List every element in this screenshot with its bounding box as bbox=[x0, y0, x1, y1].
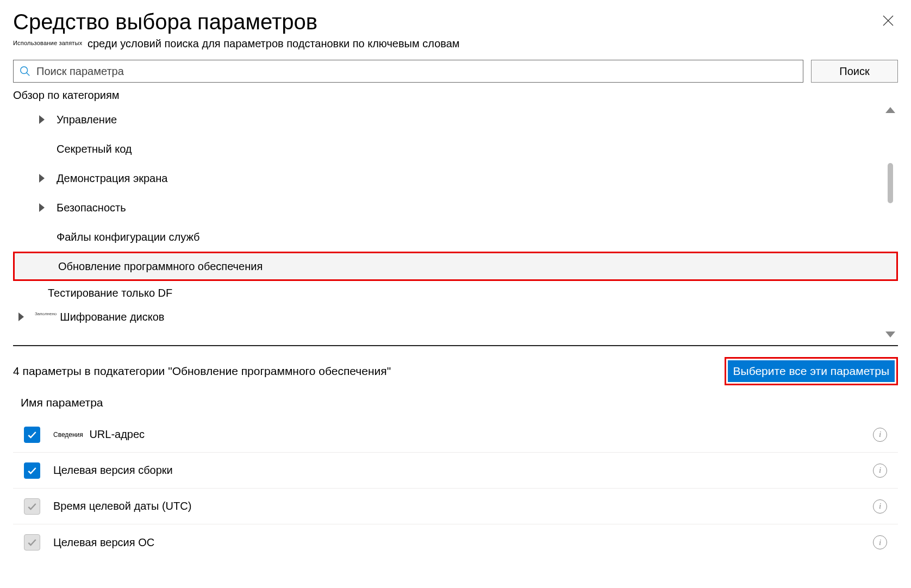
tree-item-label: Шифрование дисков bbox=[59, 311, 164, 323]
parameter-name: URL-адрес bbox=[89, 428, 145, 440]
chevron-right-icon bbox=[18, 312, 24, 321]
parameter-name: Целевая версия ОС bbox=[53, 536, 154, 548]
check-icon bbox=[27, 537, 38, 548]
check-icon bbox=[27, 465, 38, 476]
scroll-down-icon[interactable] bbox=[885, 331, 895, 337]
tree-item[interactable]: Тестирование только DF bbox=[13, 281, 898, 305]
parameter-row[interactable]: Сведения URL-адрес i bbox=[13, 417, 898, 453]
tree-item-label: Безопасность bbox=[55, 202, 126, 214]
tree-item-label: Тестирование только DF bbox=[47, 287, 172, 299]
subtitle-prefix: Использование запятых bbox=[13, 40, 82, 46]
search-icon bbox=[19, 65, 31, 77]
scroll-up-icon[interactable] bbox=[885, 107, 895, 113]
tree-item-label: Управление bbox=[55, 114, 117, 126]
browse-heading: Обзор по категориям bbox=[13, 89, 898, 102]
parameter-row[interactable]: Целевая версия ОС i bbox=[13, 524, 898, 560]
tree-item[interactable]: Безопасность bbox=[13, 193, 898, 222]
tree-item[interactable]: Заполнено Шифрование дисков bbox=[13, 305, 898, 329]
results-summary: 4 параметры в подкатегории "Обновление п… bbox=[13, 365, 391, 378]
tree-item[interactable]: Файлы конфигурации служб bbox=[13, 222, 898, 252]
tree-item-badge: Заполнено bbox=[35, 311, 57, 316]
chevron-right-icon bbox=[39, 115, 45, 124]
info-icon[interactable]: i bbox=[873, 428, 887, 442]
check-icon bbox=[27, 501, 38, 512]
svg-point-2 bbox=[21, 67, 28, 74]
scroll-thumb[interactable] bbox=[888, 163, 893, 203]
category-tree: Управление Секретный код Демонстрация эк… bbox=[13, 105, 898, 340]
chevron-right-icon bbox=[39, 174, 45, 183]
checkbox-unchecked[interactable] bbox=[24, 534, 40, 551]
results-header-row: 4 параметры в подкатегории "Обновление п… bbox=[13, 356, 898, 386]
tree-item[interactable]: Демонстрация экрана bbox=[13, 164, 898, 193]
scroll-track[interactable] bbox=[888, 116, 893, 328]
parameter-name: Целевая версия сборки bbox=[53, 464, 173, 476]
parameter-row[interactable]: Время целевой даты (UTC) i bbox=[13, 489, 898, 524]
parameter-label: Время целевой даты (UTC) bbox=[53, 500, 873, 512]
parameters-list: Сведения URL-адрес i Целевая версия сбор… bbox=[13, 417, 898, 560]
search-row: Поиск bbox=[13, 60, 898, 83]
tree-item[interactable]: Управление bbox=[13, 105, 898, 134]
tree-item-label: Обновление программного обеспечения bbox=[57, 260, 263, 273]
checkbox-checked[interactable] bbox=[24, 427, 40, 443]
parameter-label: Целевая версия ОС bbox=[53, 536, 873, 549]
close-icon bbox=[882, 14, 895, 27]
section-divider bbox=[13, 345, 898, 346]
search-box[interactable] bbox=[13, 60, 803, 83]
chevron-right-icon bbox=[39, 203, 45, 212]
tree-item-selected[interactable]: Обновление программного обеспечения bbox=[13, 252, 898, 281]
close-button[interactable] bbox=[881, 13, 896, 28]
info-icon[interactable]: i bbox=[873, 464, 887, 478]
search-input[interactable] bbox=[36, 65, 797, 78]
tree-item-label: Демонстрация экрана bbox=[55, 172, 167, 185]
header-row: Средство выбора параметров bbox=[13, 10, 898, 34]
check-icon bbox=[27, 429, 38, 440]
checkbox-unchecked[interactable] bbox=[24, 498, 40, 515]
subtitle: Использование запятых среди условий поис… bbox=[13, 37, 898, 50]
tree-item-label: Секретный код bbox=[55, 143, 132, 155]
info-icon[interactable]: i bbox=[873, 499, 887, 514]
tree-scrollbar[interactable] bbox=[884, 105, 897, 340]
select-all-button[interactable]: Выберите все эти параметры bbox=[728, 360, 895, 382]
search-button[interactable]: Поиск bbox=[811, 60, 898, 83]
info-icon[interactable]: i bbox=[873, 535, 887, 549]
parameter-prefix: Сведения bbox=[53, 431, 83, 439]
parameter-row[interactable]: Целевая версия сборки i bbox=[13, 453, 898, 489]
parameter-label: Целевая версия сборки bbox=[53, 464, 873, 477]
modal-title: Средство выбора параметров bbox=[13, 10, 317, 34]
parameter-name: Время целевой даты (UTC) bbox=[53, 500, 191, 512]
subtitle-rest: среди условий поиска для параметров подс… bbox=[88, 37, 460, 49]
select-all-highlight: Выберите все эти параметры bbox=[725, 357, 898, 385]
svg-line-3 bbox=[27, 73, 30, 76]
checkbox-checked[interactable] bbox=[24, 462, 40, 479]
parameter-label: Сведения URL-адрес bbox=[53, 428, 873, 441]
tree-item-label: Файлы конфигурации служб bbox=[55, 231, 200, 243]
tree-item[interactable]: Секретный код bbox=[13, 134, 898, 164]
parameters-column-header: Имя параметра bbox=[21, 396, 898, 409]
